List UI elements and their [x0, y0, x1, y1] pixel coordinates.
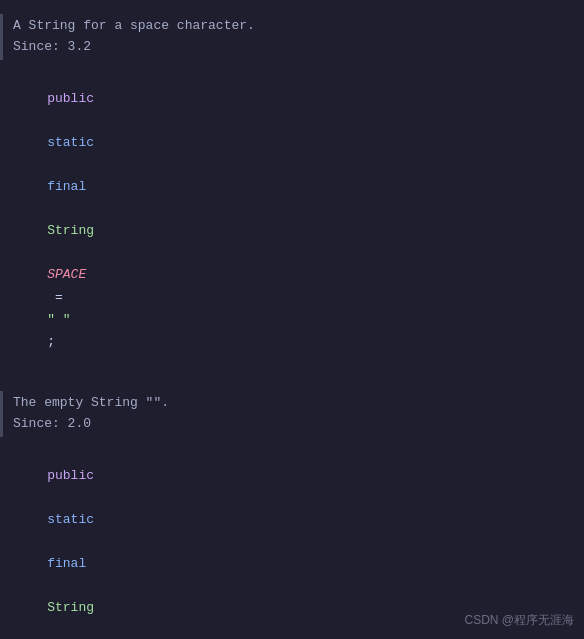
- keyword-final: final: [47, 179, 86, 194]
- keyword-public: public: [47, 468, 94, 483]
- keyword-static: static: [47, 135, 94, 150]
- doc-since: Since: 2.0: [13, 414, 169, 435]
- keyword-public: public: [47, 91, 94, 106]
- const-name-space: SPACE: [47, 267, 86, 282]
- string-value-space: " ": [47, 312, 70, 327]
- doc-block-space: A String for a space character. Since: 3…: [0, 14, 584, 60]
- watermark: CSDN @程序无涯海: [464, 612, 574, 629]
- doc-content-empty: The empty String "". Since: 2.0: [3, 391, 179, 437]
- code-line-empty: public static final String EMPTY = "" ;: [0, 441, 584, 640]
- doc-description: The empty String "".: [13, 393, 169, 414]
- doc-since: Since: 3.2: [13, 37, 255, 58]
- code-area: A String for a space character. Since: 3…: [0, 0, 584, 639]
- keyword-final: final: [47, 556, 86, 571]
- type-string: String: [47, 600, 94, 615]
- keyword-static: static: [47, 512, 94, 527]
- type-string: String: [47, 223, 94, 238]
- doc-content-space: A String for a space character. Since: 3…: [3, 14, 265, 60]
- doc-description: A String for a space character.: [13, 16, 255, 37]
- code-line-space: public static final String SPACE = " " ;: [0, 64, 584, 377]
- spacer: [0, 377, 584, 385]
- doc-block-empty: The empty String "". Since: 2.0: [0, 391, 584, 437]
